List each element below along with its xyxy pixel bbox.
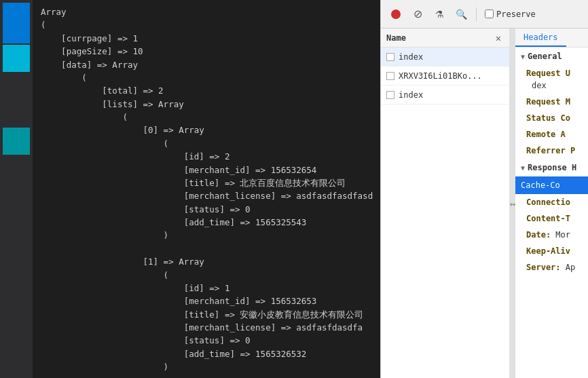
devtools-toolbar: ⊘ ⚗ 🔍 Preserve [381,0,588,29]
header-date: Date: Mor [515,227,588,243]
preserve-log-container: Preserve [485,10,536,19]
left-panel: Array ( [currpage] => 1 [pageSize] => 10… [0,0,380,378]
sidebar-icon-2[interactable] [3,45,30,72]
record-dot-icon [391,10,401,19]
header-request-method: Request M [515,94,588,110]
remote-address-key: Remote A [526,130,566,139]
header-request-url: Request U dex [515,65,588,94]
close-panel-button[interactable]: ✕ [493,33,504,43]
network-item-xrxv[interactable]: XRXV3I6Li01BKo... [381,67,509,86]
filter-button[interactable]: ⚗ [430,5,449,24]
header-keep-alive: Keep-Aliv [515,243,588,259]
general-section-label: General [528,52,562,61]
resize-arrows-icon: ↔ [510,198,515,209]
preserve-log-checkbox[interactable] [485,10,494,18]
network-list-container: Name ✕ index XRXV3I6Li01BKo... index ↔ [381,29,588,378]
referrer-policy-key: Referrer P [526,146,575,155]
server-value: Ap [566,263,575,272]
network-item-index-1[interactable]: index [381,48,509,67]
no-entry-button[interactable]: ⊘ [408,5,427,24]
triangle-icon: ▼ [521,53,525,60]
date-value: Mor [555,230,570,240]
item-name-1: index [399,52,504,62]
header-content-type: Content-T [515,210,588,227]
general-section-header[interactable]: ▼ General [515,48,588,65]
item-checkbox-1[interactable] [386,53,394,61]
date-key: Date: [526,230,551,240]
devtools-panel: ⊘ ⚗ 🔍 Preserve Name ✕ index [380,0,588,378]
request-url-value: dex [526,81,547,90]
record-button[interactable] [386,5,405,24]
request-method-key: Request M [526,97,570,107]
keep-alive-key: Keep-Aliv [526,246,570,256]
code-output: Array ( [currpage] => 1 [pageSize] => 10… [33,0,380,378]
response-section-header[interactable]: ▼ Response H [515,159,588,176]
cache-control-key: Cache-Co [521,181,560,190]
response-triangle-icon: ▼ [521,164,525,172]
header-connection: Connectio [515,194,588,210]
header-referrer-policy: Referrer P [515,143,588,159]
search-icon: 🔍 [456,9,467,20]
sidebar-icon-3[interactable] [3,128,30,155]
server-key: Server: [526,263,561,272]
header-status-code: Status Co [515,110,588,126]
name-column-header: Name [386,33,406,43]
header-remote-address: Remote A [515,126,588,143]
item-checkbox-3[interactable] [386,91,394,99]
network-list-header: Name ✕ [381,29,509,48]
preserve-log-label[interactable]: Preserve [496,10,536,19]
sidebar-icon-1[interactable] [3,3,30,43]
tab-headers[interactable]: Headers [515,29,566,47]
connection-key: Connectio [526,197,570,207]
search-button[interactable]: 🔍 [452,5,471,24]
network-item-index-2[interactable]: index [381,86,509,105]
response-section-label: Response H [528,163,576,172]
filter-icon: ⚗ [435,9,444,20]
sidebar-strip [0,0,33,378]
headers-tabs: Headers [515,29,588,48]
item-name-3: index [399,90,504,100]
status-code-key: Status Co [526,113,570,123]
request-url-key: Request U [526,69,570,78]
header-server: Server: Ap [515,259,588,276]
item-checkbox-2[interactable] [386,72,394,80]
network-list: Name ✕ index XRXV3I6Li01BKo... index [381,29,510,378]
content-type-key: Content-T [526,214,570,223]
resize-handle[interactable]: ↔ [510,29,515,378]
toolbar-divider [476,7,477,21]
headers-panel: Headers ▼ General Request U dex Request … [515,29,588,378]
header-cache-control: Cache-Co [515,176,588,194]
item-name-2: XRXV3I6Li01BKo... [399,71,504,81]
no-entry-icon: ⊘ [414,7,422,20]
